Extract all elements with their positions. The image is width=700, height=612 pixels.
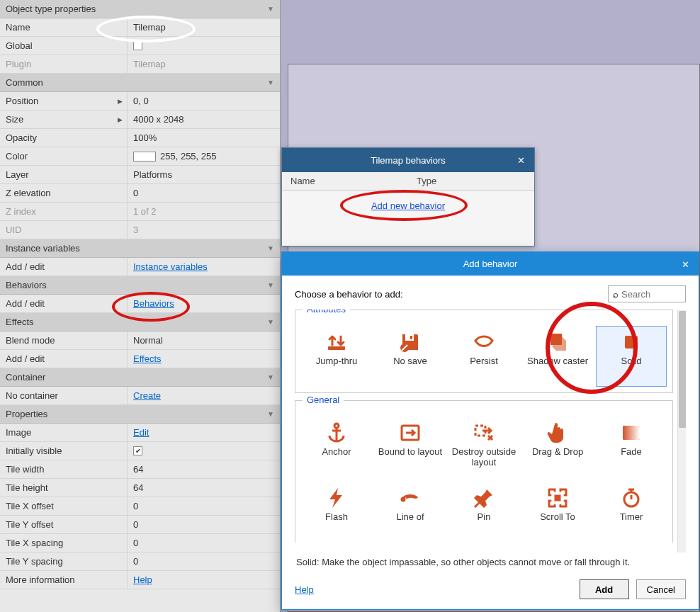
behavior-item-timer[interactable]: Timer — [596, 482, 667, 543]
value-tilexs[interactable]: 0 — [128, 538, 280, 548]
row-global[interactable]: Global — [0, 37, 280, 55]
section-effects[interactable]: Effects ▼ — [0, 313, 280, 332]
row-container[interactable]: No container Create — [0, 387, 280, 405]
behavior-item-bound[interactable]: Bound to layout — [375, 416, 446, 477]
row-tile-y-offset[interactable]: Tile Y offset 0 — [0, 516, 280, 534]
link-help[interactable]: Help — [295, 584, 314, 595]
value-name[interactable]: Tilemap — [128, 22, 280, 33]
behavior-label: Drag & Drop — [532, 447, 583, 458]
link-edit-image[interactable]: Edit — [133, 427, 149, 438]
value-tileys[interactable]: 0 — [128, 556, 280, 567]
lineofsight-icon — [399, 487, 422, 509]
behavior-item-scrollto[interactable]: Scroll To — [522, 482, 593, 543]
expand-icon[interactable]: ▶ — [118, 98, 123, 105]
col-type[interactable]: Type — [408, 176, 534, 186]
row-tile-height[interactable]: Tile height 64 — [0, 479, 280, 497]
label-zelev: Z elevation — [0, 184, 128, 202]
behavior-label: Persist — [470, 356, 498, 367]
row-opacity[interactable]: Opacity 100% — [0, 129, 280, 147]
behavior-item-pin[interactable]: Pin — [448, 482, 519, 543]
chevron-down-icon: ▼ — [267, 318, 274, 326]
close-icon[interactable]: ✕ — [677, 256, 693, 272]
row-effects[interactable]: Add / edit Effects — [0, 350, 280, 368]
behavior-item-destroy[interactable]: Destroy outside layout — [448, 416, 519, 477]
label-zindex: Z index — [0, 203, 128, 220]
color-swatch[interactable] — [133, 152, 156, 162]
scrollbar-thumb[interactable] — [679, 311, 686, 428]
expand-icon[interactable]: ▶ — [118, 116, 123, 123]
row-instance-vars[interactable]: Add / edit Instance variables — [0, 258, 280, 276]
row-name[interactable]: Name Tilemap — [0, 18, 280, 37]
checkbox-initially-visible[interactable] — [133, 446, 142, 455]
row-position[interactable]: Position▶ 0, 0 — [0, 92, 280, 110]
row-image[interactable]: Image Edit — [0, 424, 280, 442]
behavior-item-anchor[interactable]: Anchor — [301, 416, 372, 477]
row-tile-x-offset[interactable]: Tile X offset 0 — [0, 497, 280, 516]
dialog-title-bar[interactable]: Tilemap behaviors ✕ — [282, 148, 534, 172]
behavior-label: Shadow caster — [527, 356, 588, 367]
scrollbar[interactable] — [677, 310, 686, 552]
shadow-caster-icon — [546, 331, 569, 353]
value-tilew[interactable]: 64 — [128, 464, 280, 475]
link-help[interactable]: Help — [133, 574, 152, 585]
behavior-item-lineofsight[interactable]: Line of — [375, 482, 446, 543]
row-color[interactable]: Color 255, 255, 255 — [0, 147, 280, 166]
section-properties[interactable]: Properties ▼ — [0, 405, 280, 424]
section-label: Properties — [6, 409, 47, 419]
section-object-type[interactable]: Object type properties ▼ — [0, 0, 280, 18]
checkbox-global[interactable] — [133, 41, 142, 50]
row-more-info[interactable]: More information Help — [0, 571, 280, 589]
value-opacity[interactable]: 100% — [128, 132, 280, 143]
row-initially-visible[interactable]: Initially visible — [0, 442, 280, 460]
behavior-item-flash[interactable]: Flash — [301, 482, 372, 543]
svg-rect-16 — [623, 426, 640, 440]
value-blend[interactable]: Normal — [128, 335, 280, 346]
behavior-scroll[interactable]: Attributes Jump-thruNo savePersistShadow… — [295, 310, 686, 552]
behavior-item-no-save[interactable]: No save — [375, 326, 446, 387]
section-common[interactable]: Common ▼ — [0, 74, 280, 92]
behavior-item-dragdrop[interactable]: Drag & Drop — [522, 416, 593, 477]
row-tile-width[interactable]: Tile width 64 — [0, 460, 280, 479]
link-behaviors[interactable]: Behaviors — [133, 298, 174, 309]
svg-rect-3 — [410, 336, 412, 339]
chevron-down-icon: ▼ — [267, 244, 274, 252]
section-behaviors[interactable]: Behaviors ▼ — [0, 276, 280, 295]
dialog-title-bar[interactable]: Add behavior ✕ — [282, 252, 699, 276]
link-create-container[interactable]: Create — [133, 390, 161, 401]
behaviors-table-header: Name Type — [282, 172, 534, 191]
value-tilexo[interactable]: 0 — [128, 501, 280, 511]
close-icon[interactable]: ✕ — [513, 152, 529, 168]
link-instance-variables[interactable]: Instance variables — [133, 261, 208, 272]
search-input[interactable] — [621, 289, 671, 300]
behavior-item-persist[interactable]: Persist — [448, 326, 519, 387]
label-opacity: Opacity — [0, 129, 128, 147]
value-position[interactable]: 0, 0 — [128, 96, 280, 106]
col-name[interactable]: Name — [282, 176, 408, 186]
behavior-item-shadow-caster[interactable]: Shadow caster — [522, 326, 593, 387]
row-size[interactable]: Size▶ 4000 x 2048 — [0, 110, 280, 129]
prompt-text: Choose a behavior to add: — [295, 289, 403, 300]
value-layer[interactable]: Platforms — [128, 169, 280, 180]
value-tileh[interactable]: 64 — [128, 482, 280, 493]
row-tile-y-spacing[interactable]: Tile Y spacing 0 — [0, 552, 280, 571]
row-z-elevation[interactable]: Z elevation 0 — [0, 184, 280, 203]
search-input-wrap[interactable]: ⌕ — [608, 285, 686, 302]
behavior-item-solid[interactable]: Solid — [596, 326, 667, 387]
row-blend[interactable]: Blend mode Normal — [0, 332, 280, 350]
value-size[interactable]: 4000 x 2048 — [128, 114, 280, 125]
value-color: 255, 255, 255 — [160, 151, 217, 162]
section-instance-variables[interactable]: Instance variables ▼ — [0, 239, 280, 258]
cancel-button[interactable]: Cancel — [636, 579, 686, 599]
section-container[interactable]: Container ▼ — [0, 368, 280, 387]
row-behaviors[interactable]: Add / edit Behaviors — [0, 295, 280, 313]
link-effects[interactable]: Effects — [133, 353, 162, 364]
row-layer[interactable]: Layer Platforms — [0, 166, 280, 184]
behavior-item-jump-thru[interactable]: Jump-thru — [301, 326, 372, 387]
persist-icon — [473, 331, 495, 353]
value-zelev[interactable]: 0 — [128, 188, 280, 198]
behavior-item-fade[interactable]: Fade — [596, 416, 667, 477]
link-add-new-behavior[interactable]: Add new behavior — [371, 200, 445, 211]
row-tile-x-spacing[interactable]: Tile X spacing 0 — [0, 534, 280, 552]
add-button[interactable]: Add — [580, 579, 629, 599]
value-tileyo[interactable]: 0 — [128, 519, 280, 530]
